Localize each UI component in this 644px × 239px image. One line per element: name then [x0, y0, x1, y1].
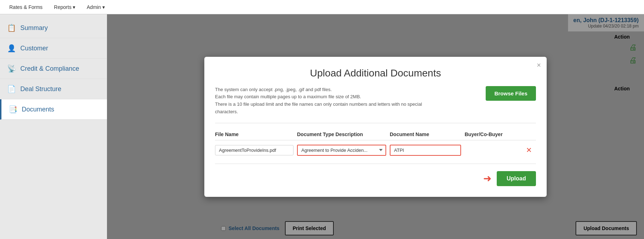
upload-arrow-icon: ➜ — [483, 173, 491, 184]
sidebar-item-documents[interactable]: 📑 Documents — [0, 99, 107, 120]
doc-type-cell[interactable]: Agreement to Provide Acciden... — [297, 145, 386, 156]
modal-title: Upload Additional Documents — [215, 67, 536, 79]
delete-row-button[interactable]: ✕ — [522, 146, 536, 154]
doc-type-select[interactable]: Agreement to Provide Acciden... — [297, 145, 386, 156]
modal-table-header: File Name Document Type Description Docu… — [215, 129, 536, 140]
table-row: AgreementToProvideIns.pdf Agreement to P… — [215, 140, 536, 160]
modal-footer: ➜ Upload — [215, 171, 536, 186]
upload-modal: × Upload Additional Documents The system… — [204, 56, 547, 196]
modal-close-button[interactable]: × — [537, 61, 541, 69]
content-area: en, John (DJ-1-1213359) Update 04/23/20 … — [107, 14, 644, 239]
col-doc-type: Document Type Description — [297, 131, 386, 137]
customer-icon: 👤 — [7, 44, 16, 53]
col-doc-name: Document Name — [390, 131, 461, 137]
browse-files-button[interactable]: Browse Files — [486, 86, 536, 100]
sidebar-item-credit-compliance[interactable]: 📡 Credit & Compliance — [0, 59, 107, 79]
deal-icon: 📄 — [7, 85, 16, 93]
top-nav: Rates & Forms Reports ▾ Admin ▾ — [0, 0, 644, 14]
sidebar-item-deal-structure[interactable]: 📄 Deal Structure — [0, 79, 107, 99]
sidebar-item-customer[interactable]: 👤 Customer — [0, 38, 107, 59]
main-layout: 📋 Summary 👤 Customer 📡 Credit & Complian… — [0, 14, 644, 239]
nav-rates-forms[interactable]: Rates & Forms — [4, 1, 48, 13]
file-name-cell: AgreementToProvideIns.pdf — [215, 145, 293, 155]
documents-icon: 📑 — [9, 105, 17, 114]
credit-icon: 📡 — [7, 64, 16, 73]
sidebar: 📋 Summary 👤 Customer 📡 Credit & Complian… — [0, 14, 107, 239]
sidebar-item-summary[interactable]: 📋 Summary — [0, 18, 107, 38]
modal-info-text: The system can only accept .png, .jpeg, … — [215, 86, 422, 115]
summary-icon: 📋 — [7, 24, 16, 32]
nav-admin[interactable]: Admin ▾ — [81, 1, 111, 13]
modal-top-section: The system can only accept .png, .jpeg, … — [215, 86, 536, 115]
modal-footer-divider — [215, 164, 536, 164]
doc-name-input[interactable] — [390, 145, 461, 156]
modal-divider — [215, 123, 536, 123]
col-file-name: File Name — [215, 131, 293, 137]
col-buyer: Buyer/Co-Buyer — [465, 131, 518, 137]
nav-reports[interactable]: Reports ▾ — [48, 1, 81, 13]
col-action — [522, 131, 536, 137]
doc-name-cell[interactable] — [390, 145, 461, 156]
upload-button[interactable]: Upload — [497, 171, 536, 186]
